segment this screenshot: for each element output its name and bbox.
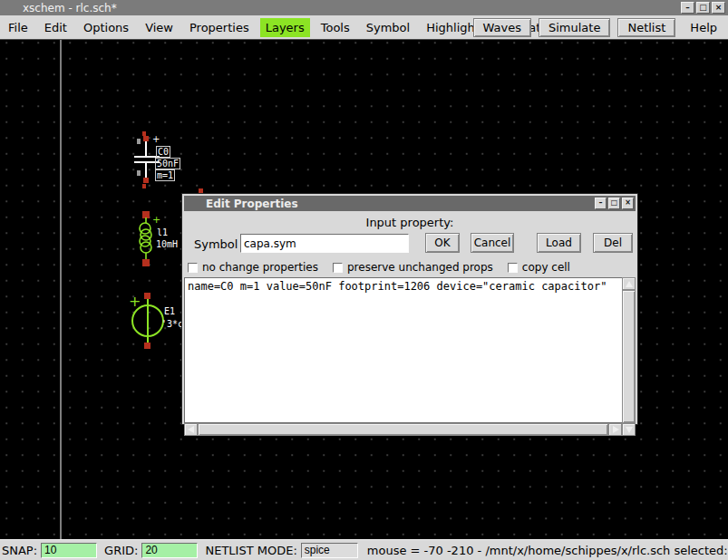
no-change-properties-checkbox[interactable]	[188, 263, 198, 273]
copy-cell-label[interactable]: copy cell	[522, 261, 570, 274]
statusbar: SNAP: GRID: NETLIST MODE: mouse = -70 -2…	[0, 539, 728, 560]
scroll-down-icon[interactable]	[622, 423, 636, 436]
copy-cell-checkbox[interactable]	[508, 263, 518, 273]
inductor-bottom-pin[interactable]	[142, 259, 150, 266]
symbol-input[interactable]	[240, 234, 409, 253]
menu-symbol[interactable]: Symbol	[361, 18, 415, 37]
menu-tools[interactable]: Tools	[315, 18, 355, 37]
no-change-properties-label[interactable]: no change properties	[202, 261, 318, 274]
window-titlebar[interactable]: xschem - rlc.sch* – □ ×	[0, 0, 728, 15]
waves-button[interactable]: Waves	[473, 18, 531, 37]
origin-axis-line	[60, 40, 62, 539]
menu-options[interactable]: Options	[78, 18, 134, 37]
scroll-left-icon[interactable]	[184, 423, 198, 436]
menu-help[interactable]: Help	[683, 18, 724, 37]
capacitor-pin-number-2	[137, 170, 141, 176]
window-title: xschem - rlc.sch*	[23, 2, 117, 14]
source-value-label[interactable]: '3*c	[161, 319, 183, 329]
netlist-button[interactable]: Netlist	[617, 18, 675, 37]
capacitor-bottom-pin-label	[142, 184, 146, 188]
menu-edit[interactable]: Edit	[39, 18, 73, 37]
menubar-actions: Waves Simulate Netlist Help	[473, 18, 724, 37]
capacitor-top-wire	[145, 141, 147, 156]
capacitor-bottom-pin[interactable]	[143, 178, 149, 183]
capacitor-value-label[interactable]: 50nF	[155, 158, 180, 169]
source-bottom-pin[interactable]	[144, 343, 150, 349]
menu-properties[interactable]: Properties	[184, 18, 255, 37]
snap-label: SNAP:	[2, 544, 37, 557]
vertical-scroll-thumb[interactable]	[622, 290, 636, 423]
vertical-scrollbar[interactable]	[622, 277, 636, 423]
source-top-pin[interactable]	[144, 293, 150, 299]
edit-properties-dialog[interactable]: Edit Properties – □ × Input property: Sy…	[181, 193, 638, 425]
menubar: File Edit Options View Properties Layers…	[0, 15, 728, 40]
minimize-icon[interactable]: –	[681, 2, 694, 14]
horizontal-scroll-thumb[interactable]	[198, 423, 608, 436]
grid-label: GRID:	[104, 544, 138, 557]
netlist-mode-label: NETLIST MODE:	[205, 544, 296, 557]
snap-input[interactable]	[41, 543, 97, 558]
horizontal-scrollbar[interactable]	[184, 423, 622, 436]
ok-button[interactable]: OK	[425, 233, 460, 253]
preserve-unchanged-props-checkbox[interactable]	[333, 263, 343, 273]
symbol-label: Symbol	[194, 237, 238, 251]
scroll-up-icon[interactable]	[622, 277, 636, 290]
dialog-maximize-icon[interactable]: □	[608, 198, 620, 209]
dialog-close-icon[interactable]: ×	[622, 198, 634, 209]
capacitor-name-label[interactable]: C0	[156, 146, 170, 158]
source-name-label[interactable]: E1	[164, 306, 175, 316]
grid-input[interactable]	[141, 543, 198, 558]
dialog-minimize-icon[interactable]: –	[595, 198, 607, 209]
source-circle	[131, 304, 164, 337]
property-textarea[interactable]: name=C0 m=1 value=50nF footprint=1206 de…	[184, 277, 622, 423]
inductor-name-label[interactable]: l1	[157, 227, 168, 237]
del-button[interactable]: Del	[593, 233, 633, 253]
capacitor-bottom-wire	[145, 163, 147, 178]
cancel-button[interactable]: Cancel	[471, 233, 514, 253]
capacitor-pin-number-1	[137, 139, 141, 144]
menu-view[interactable]: View	[140, 18, 179, 37]
checkbox-row: no change properties preserve unchanged …	[188, 261, 637, 274]
inductor-coil	[136, 217, 156, 260]
input-property-prompt: Input property:	[182, 216, 637, 229]
capacitor-plus-sign: +	[152, 135, 160, 144]
scroll-right-icon[interactable]	[608, 423, 622, 436]
netlist-mode-input[interactable]	[301, 543, 358, 558]
menu-file[interactable]: File	[3, 18, 34, 37]
property-text-region: name=C0 m=1 value=50nF footprint=1206 de…	[184, 277, 636, 423]
capacitor-mult-label[interactable]: m=1	[155, 169, 175, 181]
dialog-titlebar[interactable]: Edit Properties – □ ×	[184, 196, 636, 211]
dialog-window-controls: – □ ×	[595, 198, 634, 209]
dialog-title: Edit Properties	[206, 198, 298, 210]
load-button[interactable]: Load	[537, 233, 581, 253]
menu-layers[interactable]: Layers	[260, 18, 310, 37]
inductor-value-label[interactable]: 10mH	[156, 239, 178, 249]
dialog-bottom-row	[184, 423, 636, 436]
preserve-unchanged-props-label[interactable]: preserve unchanged props	[347, 261, 493, 274]
simulate-button[interactable]: Simulate	[539, 18, 610, 37]
mouse-coordinates-status: mouse = -70 -210 - /mnt/x/home/schippes/…	[367, 544, 728, 557]
symbol-row: Symbol OK Cancel Load Del	[182, 231, 637, 256]
close-icon[interactable]: ×	[712, 2, 725, 14]
maximize-icon[interactable]: □	[696, 2, 710, 14]
window-controls: – □ ×	[681, 2, 725, 14]
